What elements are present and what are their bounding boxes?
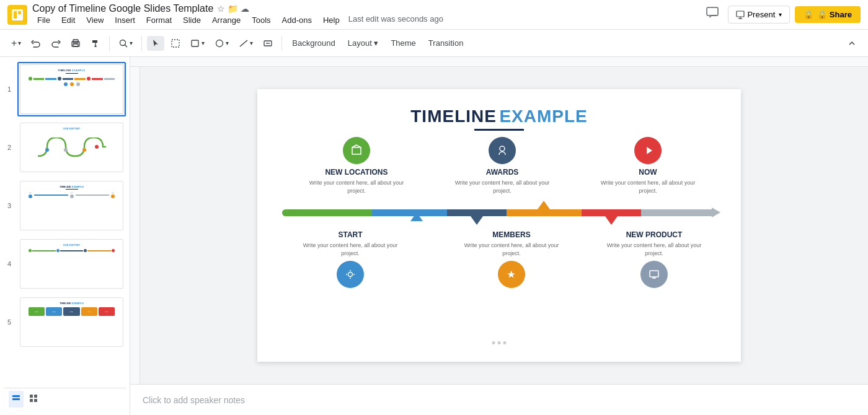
- last-edit-status: Last edit was seconds ago: [348, 14, 443, 26]
- slide-thumbnail-3: TIMELINE EXAMPLE text text: [20, 181, 123, 230]
- present-label: Present: [747, 10, 775, 19]
- slide-canvas[interactable]: TIMELINE EXAMPLE: [257, 89, 741, 362]
- members-title: MEMBERS: [456, 230, 567, 239]
- dot-3: [503, 341, 507, 344]
- start-desc: Write your content here, all about your …: [294, 242, 406, 257]
- members-desc: Write your content here, all about your …: [456, 242, 567, 257]
- redo-button[interactable]: [47, 36, 64, 51]
- slide-canvas-wrapper[interactable]: TIMELINE EXAMPLE: [130, 67, 868, 384]
- slide-panel: 1 TIMELINE EXAMPLE: [0, 57, 130, 415]
- print-button[interactable]: [67, 36, 84, 51]
- menu-edit[interactable]: Edit: [56, 14, 80, 26]
- slide-thumb-5[interactable]: 5 TIMELINE EXAMPLE 2019 2020 2021 2022 2…: [17, 295, 126, 349]
- svg-line-11: [125, 45, 128, 47]
- svg-line-15: [240, 40, 247, 46]
- menu-help[interactable]: Help: [318, 14, 345, 26]
- menu-slide[interactable]: Slide: [178, 14, 206, 26]
- zoom-button[interactable]: ▾: [115, 36, 136, 51]
- line-button[interactable]: ▾: [235, 36, 257, 51]
- timeline-bar: [282, 197, 716, 228]
- menu-format[interactable]: Format: [141, 14, 177, 26]
- ruler-top: [130, 57, 868, 67]
- bar-gray: [641, 209, 716, 216]
- dot-1: [492, 341, 495, 344]
- present-button[interactable]: Present ▾: [728, 6, 790, 24]
- slide-title: TIMELINE EXAMPLE: [257, 107, 741, 126]
- collapse-toolbar-button[interactable]: [843, 36, 861, 51]
- slide-thumb-3[interactable]: 3 TIMELINE EXAMPLE text text: [17, 178, 126, 233]
- bar-darkblue: [447, 209, 507, 216]
- svg-rect-3: [707, 7, 718, 15]
- slide-thumb-1[interactable]: 1 TIMELINE EXAMPLE: [17, 62, 126, 116]
- timeline-item-new-product: NEW PRODUCT Write your content here, all…: [598, 230, 710, 288]
- star-icon[interactable]: ☆: [217, 4, 225, 14]
- slide-thumbnail-5: TIMELINE EXAMPLE 2019 2020 2021 2022 201…: [20, 297, 123, 347]
- paint-format-button[interactable]: [87, 36, 104, 51]
- add-button[interactable]: + ▾: [7, 35, 25, 51]
- slide-thumb-4[interactable]: 4 OUR HISTORY: [17, 237, 126, 291]
- grid-view-button[interactable]: [26, 391, 41, 408]
- editor-area: TIMELINE EXAMPLE: [130, 57, 868, 415]
- comment-button[interactable]: [702, 2, 723, 27]
- menu-addons[interactable]: Add-ons: [277, 14, 317, 26]
- slide-number-4: 4: [7, 260, 11, 268]
- svg-rect-1: [14, 11, 17, 19]
- transition-button[interactable]: Transition: [423, 36, 469, 50]
- now-icon: [634, 137, 662, 164]
- slide-number-1: 1: [7, 85, 11, 93]
- awards-title: AWARDS: [446, 168, 558, 177]
- present-dropdown-icon[interactable]: ▾: [779, 11, 782, 18]
- svg-rect-27: [34, 399, 37, 402]
- svg-point-19: [64, 148, 68, 152]
- title-area: Copy of Timeline Google Slides Template …: [32, 3, 697, 26]
- share-button[interactable]: 🔒 🔒 Share: [795, 6, 861, 23]
- svg-point-30: [348, 273, 353, 277]
- circle-button[interactable]: ▾: [211, 36, 232, 51]
- list-view-button[interactable]: [9, 391, 24, 408]
- menu-tools[interactable]: Tools: [247, 14, 275, 26]
- timeline-item-members: MEMBERS Write your content here, all abo…: [456, 230, 567, 288]
- menu-file[interactable]: File: [32, 14, 55, 26]
- members-icon: [498, 261, 525, 288]
- menu-bar: File Edit View Insert Format Slide Arran…: [32, 14, 697, 26]
- svg-rect-23: [12, 398, 20, 400]
- cloud-icon[interactable]: ☁: [241, 4, 249, 14]
- shape-button[interactable]: ▾: [187, 36, 208, 51]
- notes-placeholder: Click to add speaker notes: [143, 395, 245, 405]
- bar-orange: [507, 209, 582, 216]
- timeline-bars-container: [282, 209, 716, 216]
- layout-button[interactable]: Layout ▾: [343, 36, 384, 50]
- folder-icon[interactable]: 📁: [228, 4, 238, 14]
- svg-point-10: [120, 40, 126, 45]
- panel-bottom: [4, 388, 126, 410]
- start-icon: [337, 261, 364, 288]
- menu-insert[interactable]: Insert: [110, 14, 140, 26]
- text-box-button[interactable]: [259, 36, 277, 51]
- notes-area[interactable]: Click to add speaker notes: [130, 384, 868, 415]
- slide-thumb-2[interactable]: 2 OUR HISTORY: [17, 120, 126, 175]
- selection-box-button[interactable]: [167, 36, 184, 51]
- svg-rect-13: [192, 40, 198, 46]
- svg-rect-26: [30, 399, 33, 402]
- slide-thumbnail-2: OUR HISTORY: [20, 123, 123, 172]
- undo-button[interactable]: [27, 36, 45, 51]
- slide-number-5: 5: [7, 318, 11, 326]
- slide-title-section: TIMELINE EXAMPLE: [257, 89, 741, 131]
- ruler-left: [130, 67, 140, 384]
- svg-point-21: [95, 145, 99, 149]
- top-bar: Copy of Timeline Google Slides Template …: [0, 0, 868, 30]
- document-title[interactable]: Copy of Timeline Google Slides Template: [32, 3, 213, 14]
- select-cursor-button[interactable]: [147, 36, 164, 51]
- bar-blue: [372, 209, 447, 216]
- new-product-desc: Write your content here, all about your …: [598, 242, 710, 257]
- timeline-item-now: NOW Write your content here, all about y…: [592, 137, 704, 194]
- dot-2: [498, 341, 501, 344]
- theme-button[interactable]: Theme: [386, 36, 420, 50]
- background-button[interactable]: Background: [287, 36, 340, 50]
- menu-arrange[interactable]: Arrange: [207, 14, 246, 26]
- timeline-item-awards: AWARDS Write your content here, all abou…: [446, 137, 558, 194]
- doc-title-icons: ☆ 📁 ☁: [217, 4, 249, 14]
- menu-view[interactable]: View: [81, 14, 108, 26]
- svg-rect-31: [650, 271, 658, 277]
- timeline-item-new-locations: NEW LOCATIONS Write your content here, a…: [301, 137, 412, 194]
